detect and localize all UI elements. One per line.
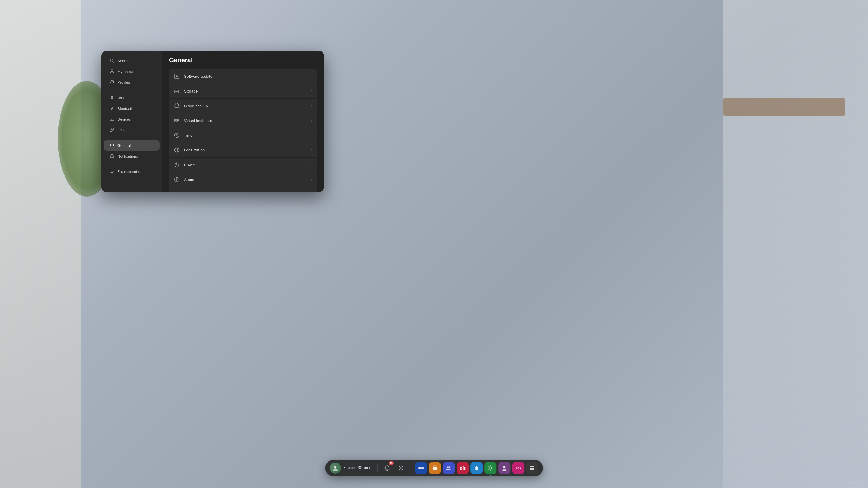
sidebar-label-wifi: Wi-Fi: [118, 96, 126, 100]
taskbar-divider-right: [410, 464, 411, 472]
row-storage[interactable]: Storage ›: [169, 84, 317, 98]
sidebar-item-bluetooth[interactable]: Bluetooth: [103, 103, 160, 113]
profiles-icon: [110, 79, 115, 85]
app-grid[interactable]: [526, 462, 538, 474]
svg-point-4: [112, 80, 114, 82]
sidebar-item-link[interactable]: Link: [103, 125, 160, 135]
row-cloud-backup[interactable]: Cloud backup ›: [169, 99, 317, 113]
svg-point-10: [111, 171, 113, 172]
taskbar: • 10:00: [325, 460, 543, 477]
sidebar-label-bluetooth: Bluetooth: [118, 106, 133, 111]
svg-rect-8: [113, 119, 113, 120]
main-content: General Software update ›: [162, 51, 324, 192]
watermark: vrcoast.cn: [844, 481, 861, 484]
app-meta[interactable]: [415, 462, 427, 474]
svg-rect-18: [175, 120, 176, 121]
svg-point-39: [462, 468, 463, 469]
sidebar-item-environment[interactable]: Environment setup: [103, 166, 160, 177]
person-icon: [110, 69, 115, 74]
devices-icon: [110, 117, 115, 122]
svg-point-41: [503, 466, 505, 468]
svg-rect-7: [111, 119, 112, 120]
app-avatar[interactable]: [498, 462, 510, 474]
sidebar-item-notifications[interactable]: Notifications: [103, 151, 160, 161]
cloud-backup-chevron: ›: [311, 103, 312, 108]
settings-window: Search My name Profiles: [101, 51, 324, 192]
page-title: General: [169, 56, 317, 64]
row-software-update[interactable]: Software update ›: [169, 69, 317, 84]
svg-rect-21: [178, 120, 179, 121]
localization-chevron: ›: [311, 148, 312, 152]
search-icon: [110, 58, 115, 63]
sidebar-divider-3: [101, 162, 162, 166]
battery-status-icon: [364, 466, 370, 470]
avatar-button[interactable]: [330, 462, 341, 474]
taskbar-gear[interactable]: [396, 462, 406, 474]
time-label: Time: [184, 133, 307, 138]
sidebar-item-profiles[interactable]: Profiles: [103, 77, 160, 87]
about-icon: [174, 176, 180, 183]
bg-shelf: [723, 98, 845, 116]
svg-point-30: [360, 469, 360, 470]
sidebar-divider-1: [101, 88, 162, 92]
svg-line-1: [113, 62, 114, 62]
sidebar-label-myname: My name: [118, 69, 133, 74]
svg-rect-20: [177, 120, 178, 121]
app-beat-saber[interactable]: BS: [512, 462, 524, 474]
svg-point-35: [447, 466, 449, 468]
app-store[interactable]: [429, 462, 441, 474]
svg-rect-42: [530, 466, 531, 467]
taskbar-apps: BS: [415, 462, 538, 474]
wifi-icon: [110, 95, 115, 100]
svg-point-16: [178, 92, 179, 93]
bluetooth-icon: [110, 106, 115, 111]
sidebar: Search My name Profiles: [101, 51, 162, 192]
environment-icon: [110, 169, 115, 174]
regulatory-chevron: ›: [311, 192, 312, 192]
notification-badge: 10: [389, 461, 394, 465]
sidebar-item-general[interactable]: General: [103, 140, 160, 151]
about-label: About: [184, 177, 307, 182]
app-camera[interactable]: [457, 462, 469, 474]
svg-point-29: [334, 466, 337, 468]
sidebar-label-environment: Environment setup: [118, 170, 146, 174]
sidebar-item-wifi[interactable]: Wi-Fi: [103, 93, 160, 103]
app-settings[interactable]: [484, 462, 496, 474]
svg-point-15: [178, 90, 179, 91]
svg-point-27: [177, 178, 177, 179]
row-regulatory[interactable]: Regulatory ›: [169, 187, 317, 192]
localization-label: Localization: [184, 148, 307, 152]
svg-rect-45: [532, 468, 534, 470]
svg-point-5: [112, 99, 112, 99]
software-update-chevron: ›: [311, 74, 312, 78]
about-chevron: ›: [311, 177, 312, 182]
sidebar-label-search: Search: [118, 59, 129, 63]
svg-rect-32: [365, 467, 368, 469]
sidebar-item-myname[interactable]: My name: [103, 66, 160, 76]
settings-list: Software update › Storage ›: [169, 69, 317, 192]
row-power[interactable]: Power ›: [169, 158, 317, 172]
bg-window-left: [0, 0, 81, 488]
cloud-backup-icon: [174, 103, 180, 109]
svg-point-33: [400, 467, 402, 469]
svg-rect-22: [176, 121, 178, 122]
power-icon: [174, 162, 180, 168]
storage-icon: [174, 88, 180, 94]
regulatory-label: Regulatory: [184, 192, 307, 193]
row-time[interactable]: Time ›: [169, 128, 317, 142]
row-localization[interactable]: Localization ›: [169, 143, 317, 157]
virtual-keyboard-chevron: ›: [311, 118, 312, 123]
sidebar-label-profiles: Profiles: [118, 80, 130, 85]
app-browser[interactable]: [470, 462, 483, 474]
software-update-label: Software update: [184, 74, 307, 78]
row-about[interactable]: About ›: [169, 172, 317, 187]
app-social[interactable]: [443, 462, 455, 474]
sidebar-label-general: General: [118, 143, 131, 148]
sidebar-item-search[interactable]: Search: [103, 56, 160, 66]
sidebar-item-devices[interactable]: Devices: [103, 114, 160, 124]
notification-bell[interactable]: 10: [382, 462, 393, 474]
svg-rect-19: [176, 120, 177, 121]
storage-chevron: ›: [311, 89, 312, 93]
row-virtual-keyboard[interactable]: Virtual keyboard ›: [169, 113, 317, 128]
time-chevron: ›: [311, 133, 312, 138]
